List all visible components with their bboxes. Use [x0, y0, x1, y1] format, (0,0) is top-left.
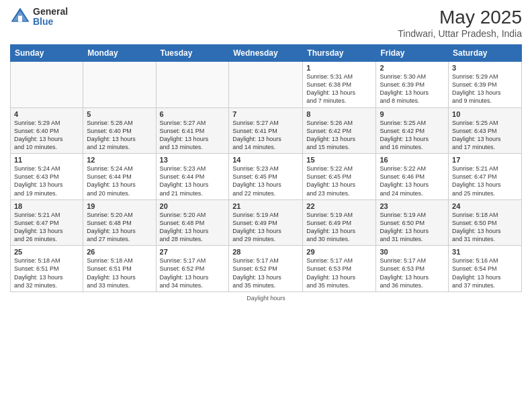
day-cell: 13Sunrise: 5:23 AM Sunset: 6:44 PM Dayli…: [156, 154, 229, 200]
day-cell: 7Sunrise: 5:27 AM Sunset: 6:41 PM Daylig…: [229, 107, 303, 154]
month-title: May 2025: [398, 7, 522, 28]
day-number: 20: [160, 202, 226, 210]
week-row-3: 11Sunrise: 5:24 AM Sunset: 6:43 PM Dayli…: [11, 154, 522, 200]
day-number: 14: [232, 156, 299, 164]
day-cell: [156, 62, 229, 108]
day-number: 24: [452, 202, 518, 210]
day-cell: 20Sunrise: 5:20 AM Sunset: 6:48 PM Dayli…: [156, 199, 229, 246]
day-info-text: Sunrise: 5:16 AM Sunset: 6:54 PM Dayligh…: [452, 257, 518, 289]
title-area: May 2025 Tindwari, Uttar Pradesh, India: [398, 7, 522, 39]
day-number: 4: [14, 110, 79, 118]
day-number: 13: [160, 156, 226, 164]
week-row-2: 4Sunrise: 5:29 AM Sunset: 6:40 PM Daylig…: [11, 107, 522, 154]
logo-general-text: General: [33, 7, 68, 17]
day-cell: 21Sunrise: 5:19 AM Sunset: 6:49 PM Dayli…: [229, 199, 303, 246]
day-cell: 10Sunrise: 5:25 AM Sunset: 6:43 PM Dayli…: [449, 107, 522, 154]
day-cell: 19Sunrise: 5:20 AM Sunset: 6:48 PM Dayli…: [83, 199, 156, 246]
col-monday: Monday: [83, 45, 156, 62]
day-info-text: Sunrise: 5:23 AM Sunset: 6:44 PM Dayligh…: [160, 165, 226, 197]
day-number: 17: [452, 156, 518, 164]
col-thursday: Thursday: [303, 45, 376, 62]
daylight-hours-label: Daylight hours: [247, 295, 285, 302]
col-saturday: Saturday: [449, 45, 522, 62]
page: General Blue May 2025 Tindwari, Uttar Pr…: [0, 0, 532, 411]
day-number: 25: [14, 248, 79, 256]
day-info-text: Sunrise: 5:20 AM Sunset: 6:48 PM Dayligh…: [87, 211, 152, 244]
day-number: 1: [306, 64, 372, 72]
col-friday: Friday: [376, 45, 449, 62]
day-number: 27: [160, 248, 226, 256]
day-info-text: Sunrise: 5:27 AM Sunset: 6:41 PM Dayligh…: [232, 119, 299, 152]
day-number: 21: [232, 202, 299, 210]
day-number: 31: [452, 248, 518, 256]
day-cell: 9Sunrise: 5:25 AM Sunset: 6:42 PM Daylig…: [376, 107, 449, 154]
day-number: 3: [452, 64, 518, 72]
day-info-text: Sunrise: 5:24 AM Sunset: 6:44 PM Dayligh…: [87, 165, 152, 197]
day-number: 23: [380, 202, 445, 210]
day-number: 26: [87, 248, 152, 256]
day-number: 7: [232, 110, 299, 118]
day-cell: 27Sunrise: 5:17 AM Sunset: 6:52 PM Dayli…: [156, 246, 229, 292]
logo-blue-text: Blue: [33, 17, 68, 27]
day-number: 11: [14, 156, 79, 164]
day-number: 12: [87, 156, 152, 164]
day-cell: [11, 62, 83, 108]
day-info-text: Sunrise: 5:19 AM Sunset: 6:49 PM Dayligh…: [232, 211, 299, 244]
day-info-text: Sunrise: 5:20 AM Sunset: 6:48 PM Dayligh…: [160, 211, 226, 244]
calendar-header-row: Sunday Monday Tuesday Wednesday Thursday…: [11, 45, 522, 62]
day-info-text: Sunrise: 5:21 AM Sunset: 6:47 PM Dayligh…: [14, 211, 79, 244]
week-row-5: 25Sunrise: 5:18 AM Sunset: 6:51 PM Dayli…: [11, 246, 522, 292]
day-cell: [229, 62, 303, 108]
day-number: 2: [380, 64, 445, 72]
day-info-text: Sunrise: 5:17 AM Sunset: 6:53 PM Dayligh…: [380, 257, 445, 289]
day-number: 10: [452, 110, 518, 118]
day-number: 5: [87, 110, 152, 118]
day-info-text: Sunrise: 5:29 AM Sunset: 6:39 PM Dayligh…: [452, 73, 518, 105]
day-info-text: Sunrise: 5:19 AM Sunset: 6:50 PM Dayligh…: [380, 211, 445, 244]
svg-rect-2: [18, 16, 22, 22]
day-info-text: Sunrise: 5:17 AM Sunset: 6:52 PM Dayligh…: [160, 257, 226, 289]
day-info-text: Sunrise: 5:26 AM Sunset: 6:42 PM Dayligh…: [306, 119, 372, 152]
calendar-table: Sunday Monday Tuesday Wednesday Thursday…: [10, 44, 522, 292]
day-info-text: Sunrise: 5:18 AM Sunset: 6:50 PM Dayligh…: [452, 211, 518, 244]
day-number: 29: [306, 248, 372, 256]
logo-text: General Blue: [33, 7, 68, 28]
logo: General Blue: [10, 7, 68, 28]
day-cell: 16Sunrise: 5:22 AM Sunset: 6:46 PM Dayli…: [376, 154, 449, 200]
day-cell: [83, 62, 156, 108]
day-cell: 24Sunrise: 5:18 AM Sunset: 6:50 PM Dayli…: [449, 199, 522, 246]
week-row-4: 18Sunrise: 5:21 AM Sunset: 6:47 PM Dayli…: [11, 199, 522, 246]
day-info-text: Sunrise: 5:17 AM Sunset: 6:53 PM Dayligh…: [306, 257, 372, 289]
day-info-text: Sunrise: 5:29 AM Sunset: 6:40 PM Dayligh…: [14, 119, 79, 152]
day-cell: 2Sunrise: 5:30 AM Sunset: 6:39 PM Daylig…: [376, 62, 449, 108]
day-info-text: Sunrise: 5:27 AM Sunset: 6:41 PM Dayligh…: [160, 119, 226, 152]
day-number: 30: [380, 248, 445, 256]
day-number: 15: [306, 156, 372, 164]
day-cell: 12Sunrise: 5:24 AM Sunset: 6:44 PM Dayli…: [83, 154, 156, 200]
day-number: 8: [306, 110, 372, 118]
day-cell: 18Sunrise: 5:21 AM Sunset: 6:47 PM Dayli…: [11, 199, 83, 246]
day-cell: 3Sunrise: 5:29 AM Sunset: 6:39 PM Daylig…: [449, 62, 522, 108]
footer: Daylight hours: [10, 295, 522, 302]
day-info-text: Sunrise: 5:30 AM Sunset: 6:39 PM Dayligh…: [380, 73, 445, 105]
day-info-text: Sunrise: 5:23 AM Sunset: 6:45 PM Dayligh…: [232, 165, 299, 197]
day-cell: 15Sunrise: 5:22 AM Sunset: 6:45 PM Dayli…: [303, 154, 376, 200]
day-info-text: Sunrise: 5:31 AM Sunset: 6:38 PM Dayligh…: [306, 73, 372, 105]
day-number: 9: [380, 110, 445, 118]
day-number: 18: [14, 202, 79, 210]
day-info-text: Sunrise: 5:24 AM Sunset: 6:43 PM Dayligh…: [14, 165, 79, 197]
day-cell: 23Sunrise: 5:19 AM Sunset: 6:50 PM Dayli…: [376, 199, 449, 246]
day-cell: 31Sunrise: 5:16 AM Sunset: 6:54 PM Dayli…: [449, 246, 522, 292]
day-cell: 25Sunrise: 5:18 AM Sunset: 6:51 PM Dayli…: [11, 246, 83, 292]
col-wednesday: Wednesday: [229, 45, 303, 62]
header: General Blue May 2025 Tindwari, Uttar Pr…: [10, 7, 522, 39]
location-subtitle: Tindwari, Uttar Pradesh, India: [398, 28, 522, 39]
day-cell: 4Sunrise: 5:29 AM Sunset: 6:40 PM Daylig…: [11, 107, 83, 154]
day-info-text: Sunrise: 5:18 AM Sunset: 6:51 PM Dayligh…: [14, 257, 79, 289]
week-row-1: 1Sunrise: 5:31 AM Sunset: 6:38 PM Daylig…: [11, 62, 522, 108]
day-number: 28: [232, 248, 299, 256]
day-cell: 22Sunrise: 5:19 AM Sunset: 6:49 PM Dayli…: [303, 199, 376, 246]
day-cell: 11Sunrise: 5:24 AM Sunset: 6:43 PM Dayli…: [11, 154, 83, 200]
day-info-text: Sunrise: 5:19 AM Sunset: 6:49 PM Dayligh…: [306, 211, 372, 244]
day-info-text: Sunrise: 5:17 AM Sunset: 6:52 PM Dayligh…: [232, 257, 299, 289]
